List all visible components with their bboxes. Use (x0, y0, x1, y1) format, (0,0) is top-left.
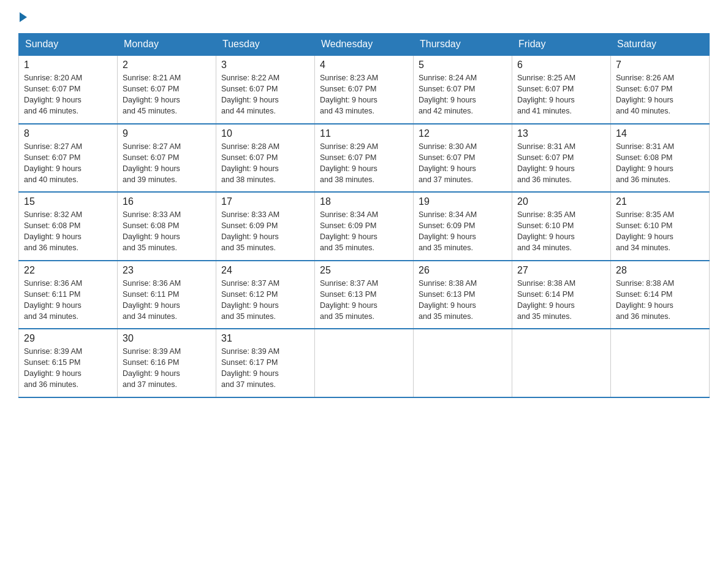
header-day-wednesday: Wednesday (315, 34, 414, 56)
day-number: 15 (24, 196, 112, 207)
day-number: 19 (419, 196, 507, 207)
day-info: Sunrise: 8:21 AMSunset: 6:07 PMDaylight:… (123, 74, 181, 115)
calendar-cell: 13 Sunrise: 8:31 AMSunset: 6:07 PMDaylig… (512, 124, 611, 193)
day-number: 10 (221, 128, 309, 139)
calendar-cell: 27 Sunrise: 8:38 AMSunset: 6:14 PMDaylig… (512, 261, 611, 329)
day-number: 7 (616, 59, 704, 71)
day-number: 1 (24, 59, 112, 71)
day-info: Sunrise: 8:32 AMSunset: 6:08 PMDaylight:… (24, 210, 82, 252)
day-info: Sunrise: 8:36 AMSunset: 6:11 PMDaylight:… (123, 279, 181, 321)
calendar-cell (611, 329, 710, 397)
calendar-cell: 8 Sunrise: 8:27 AMSunset: 6:07 PMDayligh… (19, 124, 118, 193)
week-row-5: 29 Sunrise: 8:39 AMSunset: 6:15 PMDaylig… (19, 329, 710, 397)
day-number: 24 (221, 265, 309, 276)
day-info: Sunrise: 8:37 AMSunset: 6:12 PMDaylight:… (221, 279, 279, 321)
header-day-thursday: Thursday (414, 34, 512, 56)
day-number: 27 (517, 265, 605, 276)
calendar-cell: 30 Sunrise: 8:39 AMSunset: 6:16 PMDaylig… (118, 329, 216, 397)
calendar-cell: 10 Sunrise: 8:28 AMSunset: 6:07 PMDaylig… (216, 124, 315, 193)
calendar-cell (315, 329, 414, 397)
calendar-cell: 16 Sunrise: 8:33 AMSunset: 6:08 PMDaylig… (118, 192, 216, 261)
logo-blue-text (18, 12, 27, 22)
day-info: Sunrise: 8:26 AMSunset: 6:07 PMDaylight:… (616, 74, 674, 115)
calendar-cell: 12 Sunrise: 8:30 AMSunset: 6:07 PMDaylig… (414, 124, 512, 193)
day-info: Sunrise: 8:38 AMSunset: 6:13 PMDaylight:… (419, 279, 477, 321)
calendar-cell: 6 Sunrise: 8:25 AMSunset: 6:07 PMDayligh… (512, 55, 611, 124)
calendar-cell: 9 Sunrise: 8:27 AMSunset: 6:07 PMDayligh… (118, 124, 216, 193)
header-day-friday: Friday (512, 34, 611, 56)
header-day-saturday: Saturday (611, 34, 710, 56)
day-info: Sunrise: 8:24 AMSunset: 6:07 PMDaylight:… (419, 74, 477, 115)
day-number: 12 (419, 128, 507, 139)
calendar-cell: 22 Sunrise: 8:36 AMSunset: 6:11 PMDaylig… (19, 261, 118, 329)
day-info: Sunrise: 8:34 AMSunset: 6:09 PMDaylight:… (320, 210, 378, 252)
day-info: Sunrise: 8:31 AMSunset: 6:08 PMDaylight:… (616, 142, 674, 184)
day-info: Sunrise: 8:27 AMSunset: 6:07 PMDaylight:… (123, 142, 181, 184)
day-number: 8 (24, 128, 112, 139)
calendar-cell: 21 Sunrise: 8:35 AMSunset: 6:10 PMDaylig… (611, 192, 710, 261)
week-row-2: 8 Sunrise: 8:27 AMSunset: 6:07 PMDayligh… (19, 124, 710, 193)
calendar-cell: 11 Sunrise: 8:29 AMSunset: 6:07 PMDaylig… (315, 124, 414, 193)
calendar-cell: 19 Sunrise: 8:34 AMSunset: 6:09 PMDaylig… (414, 192, 512, 261)
calendar-cell: 17 Sunrise: 8:33 AMSunset: 6:09 PMDaylig… (216, 192, 315, 261)
day-number: 30 (123, 333, 211, 344)
day-number: 14 (616, 128, 704, 139)
day-info: Sunrise: 8:20 AMSunset: 6:07 PMDaylight:… (24, 74, 82, 115)
calendar-cell: 24 Sunrise: 8:37 AMSunset: 6:12 PMDaylig… (216, 261, 315, 329)
week-row-4: 22 Sunrise: 8:36 AMSunset: 6:11 PMDaylig… (19, 261, 710, 329)
day-number: 29 (24, 333, 112, 344)
day-number: 26 (419, 265, 507, 276)
calendar-cell (512, 329, 611, 397)
day-info: Sunrise: 8:38 AMSunset: 6:14 PMDaylight:… (616, 279, 674, 321)
calendar-cell: 7 Sunrise: 8:26 AMSunset: 6:07 PMDayligh… (611, 55, 710, 124)
day-number: 3 (221, 59, 309, 71)
week-row-1: 1 Sunrise: 8:20 AMSunset: 6:07 PMDayligh… (19, 55, 710, 124)
day-number: 25 (320, 265, 408, 276)
calendar-cell: 31 Sunrise: 8:39 AMSunset: 6:17 PMDaylig… (216, 329, 315, 397)
day-info: Sunrise: 8:38 AMSunset: 6:14 PMDaylight:… (517, 279, 575, 321)
day-info: Sunrise: 8:27 AMSunset: 6:07 PMDaylight:… (24, 142, 82, 184)
day-number: 4 (320, 59, 408, 71)
calendar-cell: 23 Sunrise: 8:36 AMSunset: 6:11 PMDaylig… (118, 261, 216, 329)
day-info: Sunrise: 8:30 AMSunset: 6:07 PMDaylight:… (419, 142, 477, 184)
calendar-cell: 26 Sunrise: 8:38 AMSunset: 6:13 PMDaylig… (414, 261, 512, 329)
day-info: Sunrise: 8:31 AMSunset: 6:07 PMDaylight:… (517, 142, 575, 184)
logo (18, 12, 27, 22)
day-info: Sunrise: 8:35 AMSunset: 6:10 PMDaylight:… (616, 210, 674, 252)
day-info: Sunrise: 8:39 AMSunset: 6:16 PMDaylight:… (123, 347, 181, 389)
day-number: 31 (221, 333, 309, 344)
day-info: Sunrise: 8:34 AMSunset: 6:09 PMDaylight:… (419, 210, 477, 252)
calendar-cell: 15 Sunrise: 8:32 AMSunset: 6:08 PMDaylig… (19, 192, 118, 261)
day-info: Sunrise: 8:37 AMSunset: 6:13 PMDaylight:… (320, 279, 378, 321)
day-number: 21 (616, 196, 704, 207)
calendar-cell: 20 Sunrise: 8:35 AMSunset: 6:10 PMDaylig… (512, 192, 611, 261)
header-day-sunday: Sunday (19, 34, 118, 56)
day-info: Sunrise: 8:39 AMSunset: 6:17 PMDaylight:… (221, 347, 279, 389)
calendar-cell: 14 Sunrise: 8:31 AMSunset: 6:08 PMDaylig… (611, 124, 710, 193)
calendar-cell: 2 Sunrise: 8:21 AMSunset: 6:07 PMDayligh… (118, 55, 216, 124)
day-info: Sunrise: 8:29 AMSunset: 6:07 PMDaylight:… (320, 142, 378, 184)
calendar-cell: 3 Sunrise: 8:22 AMSunset: 6:07 PMDayligh… (216, 55, 315, 124)
header-day-monday: Monday (118, 34, 216, 56)
logo-arrow-icon (20, 12, 27, 22)
day-number: 18 (320, 196, 408, 207)
day-info: Sunrise: 8:23 AMSunset: 6:07 PMDaylight:… (320, 74, 378, 115)
day-info: Sunrise: 8:22 AMSunset: 6:07 PMDaylight:… (221, 74, 279, 115)
calendar-cell (414, 329, 512, 397)
day-number: 5 (419, 59, 507, 71)
day-number: 28 (616, 265, 704, 276)
calendar-cell: 18 Sunrise: 8:34 AMSunset: 6:09 PMDaylig… (315, 192, 414, 261)
day-number: 9 (123, 128, 211, 139)
calendar-cell: 25 Sunrise: 8:37 AMSunset: 6:13 PMDaylig… (315, 261, 414, 329)
day-info: Sunrise: 8:28 AMSunset: 6:07 PMDaylight:… (221, 142, 279, 184)
day-info: Sunrise: 8:33 AMSunset: 6:09 PMDaylight:… (221, 210, 279, 252)
day-number: 17 (221, 196, 309, 207)
calendar-table: SundayMondayTuesdayWednesdayThursdayFrid… (18, 33, 710, 398)
day-number: 2 (123, 59, 211, 71)
day-number: 23 (123, 265, 211, 276)
day-number: 16 (123, 196, 211, 207)
day-info: Sunrise: 8:36 AMSunset: 6:11 PMDaylight:… (24, 279, 82, 321)
calendar-cell: 5 Sunrise: 8:24 AMSunset: 6:07 PMDayligh… (414, 55, 512, 124)
calendar-cell: 1 Sunrise: 8:20 AMSunset: 6:07 PMDayligh… (19, 55, 118, 124)
header-row: SundayMondayTuesdayWednesdayThursdayFrid… (19, 34, 710, 56)
